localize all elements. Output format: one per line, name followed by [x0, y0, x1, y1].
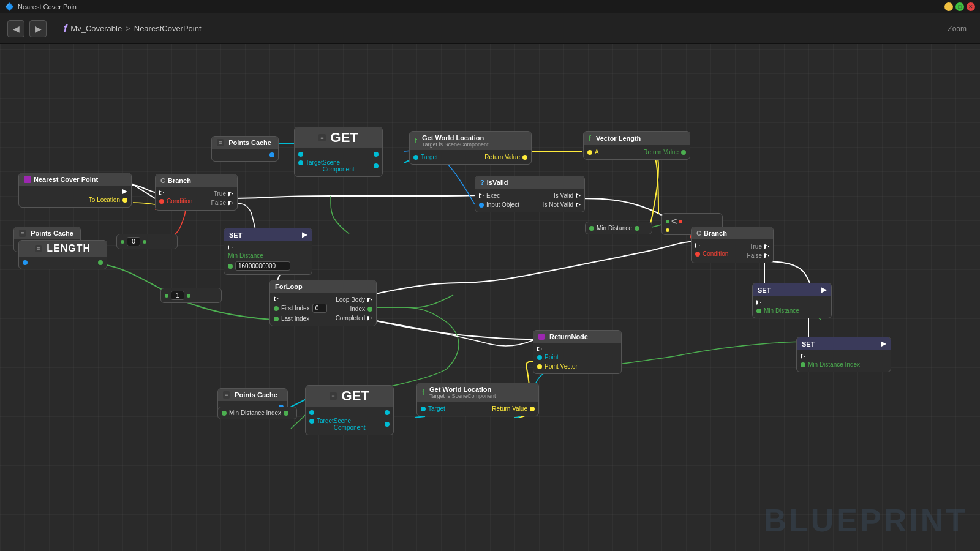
blueprint-watermark: BLUEPRINT	[763, 502, 968, 539]
back-button[interactable]: ◀	[7, 20, 24, 37]
branch1-node[interactable]: C Branch Condition True	[155, 174, 238, 211]
port-row	[159, 189, 192, 197]
port-row	[228, 244, 308, 251]
node-header: SET ▶	[753, 283, 831, 296]
port-row	[98, 259, 103, 266]
port-row: Exec	[479, 191, 519, 200]
port-row: To Location	[23, 195, 127, 204]
blueprint-canvas[interactable]: Nearest Cover Point To Location C Branch	[0, 44, 980, 551]
zoom-control[interactable]: Zoom –	[948, 24, 973, 33]
port-row: First Index	[274, 302, 327, 314]
port-row: Last Index	[274, 314, 327, 323]
node-header: ≡ LENGTH	[19, 241, 107, 257]
node-header: C Branch	[156, 174, 237, 187]
node-header: ≡ Points Cache	[14, 227, 80, 239]
port-row: Point	[537, 353, 617, 362]
breadcrumb: f Mv_Coverable > NearestCoverPoint	[64, 23, 202, 34]
port-row: Condition	[159, 197, 192, 206]
port-row	[695, 242, 728, 249]
port-row	[756, 299, 827, 306]
set2-node[interactable]: SET ▶ Min Distance	[752, 283, 832, 318]
for-loop-node[interactable]: ForLoop First Index Last Index	[270, 280, 377, 326]
set-min-distance-node[interactable]: SET ▶ Min Distance	[224, 228, 312, 275]
func-icon: f	[64, 23, 67, 34]
port-row: Scene Component	[334, 416, 390, 432]
port-row: Input Object	[479, 200, 519, 209]
value-0-node[interactable]	[116, 234, 178, 249]
min-distance-var-node[interactable]: Min Distance	[585, 222, 652, 234]
minimize-button[interactable]: –	[944, 2, 953, 11]
points-cache-top-node[interactable]: ≡ Points Cache	[211, 136, 279, 162]
is-valid-node[interactable]: ? IsValid Exec Input Object Is Va	[475, 176, 585, 212]
port-row	[309, 409, 334, 416]
port-row: Loop Body	[336, 295, 372, 304]
port-row: Return Value	[643, 148, 686, 157]
value-1-node[interactable]	[160, 288, 222, 303]
maximize-button[interactable]: □	[956, 2, 964, 11]
node-header: ? IsValid	[475, 176, 584, 189]
port-row: Min Distance	[756, 306, 827, 315]
port-row	[334, 409, 390, 416]
window-title: Nearest Cover Poin	[18, 3, 77, 10]
port-row	[537, 345, 617, 353]
node-header: ForLoop	[270, 280, 376, 293]
nearest-cover-point-node[interactable]: Nearest Cover Point To Location	[18, 173, 132, 208]
port-row: Target	[421, 404, 445, 413]
node-header: SET ▶	[224, 228, 312, 241]
first-index-input[interactable]	[312, 304, 327, 313]
node-header: ≡ GET	[306, 386, 393, 407]
port-row	[23, 259, 28, 266]
port-row: Return Value	[492, 404, 535, 413]
node-header: f Get World Location Target is SceneComp…	[417, 383, 538, 402]
port-row: Min Distance	[228, 251, 308, 260]
port-row: Target	[309, 416, 334, 425]
length-node[interactable]: ≡ LENGTH	[18, 240, 107, 269]
min-distance-value-input[interactable]	[235, 261, 290, 271]
set3-node[interactable]: SET ▶ Min Distance Index	[796, 337, 891, 372]
port-row: A	[587, 148, 599, 157]
port-row: Point Vector	[537, 362, 617, 371]
node-header: f Vector Length	[584, 132, 690, 145]
port-row	[23, 188, 127, 195]
port-row	[801, 353, 887, 360]
port-row: True	[211, 189, 233, 198]
connections-layer	[0, 44, 980, 551]
port-row: False	[211, 198, 233, 208]
node-header: ≡ Points Cache	[218, 389, 287, 401]
toolbar: ◀ ▶ f Mv_Coverable > NearestCoverPoint Z…	[0, 13, 980, 44]
port-row	[274, 295, 327, 302]
port-row: Return Value	[484, 152, 527, 162]
port-row: Min Distance Index	[801, 360, 887, 369]
breadcrumb-separator: >	[126, 24, 130, 33]
port-row	[216, 151, 274, 159]
port-row: Is Not Valid	[543, 200, 581, 209]
node-header: f Get World Location Target is SceneComp…	[410, 132, 531, 150]
node-header: Nearest Cover Point	[19, 173, 131, 186]
close-button[interactable]: ✕	[967, 2, 975, 11]
port-row: Index	[336, 304, 372, 313]
port-row: Target	[413, 152, 438, 162]
breadcrumb-class[interactable]: Mv_Coverable	[70, 24, 122, 33]
min-distance-index-node[interactable]: Min Distance Index	[217, 407, 297, 419]
port-row	[228, 260, 308, 272]
port-row	[323, 151, 379, 158]
vector-length-node[interactable]: f Vector Length A Return Value	[583, 131, 690, 160]
node-header: ReturnNode	[533, 331, 621, 343]
get-world-location-bottom-node[interactable]: f Get World Location Target is SceneComp…	[417, 383, 539, 416]
get-top-node[interactable]: ≡ GET Target	[294, 127, 383, 177]
get-world-location-top-node[interactable]: f Get World Location Target is SceneComp…	[409, 131, 532, 165]
return-node[interactable]: ReturnNode Point Point Vector	[533, 330, 622, 374]
get-bottom-node[interactable]: ≡ GET Target	[305, 385, 394, 435]
port-row: Scene Component	[323, 158, 379, 174]
branch2-node[interactable]: C Branch Condition True	[691, 227, 774, 263]
node-header: ≡ GET	[295, 127, 382, 148]
node-header: C Branch	[692, 227, 773, 239]
port-row: Condition	[695, 249, 728, 258]
value-1-input[interactable]	[171, 291, 184, 300]
forward-button[interactable]: ▶	[29, 20, 47, 37]
port-row: True	[747, 242, 769, 251]
node-header: SET ▶	[797, 337, 891, 350]
value-0-input[interactable]	[127, 237, 140, 246]
port-row	[298, 151, 323, 158]
breadcrumb-function[interactable]: NearestCoverPoint	[134, 24, 202, 33]
